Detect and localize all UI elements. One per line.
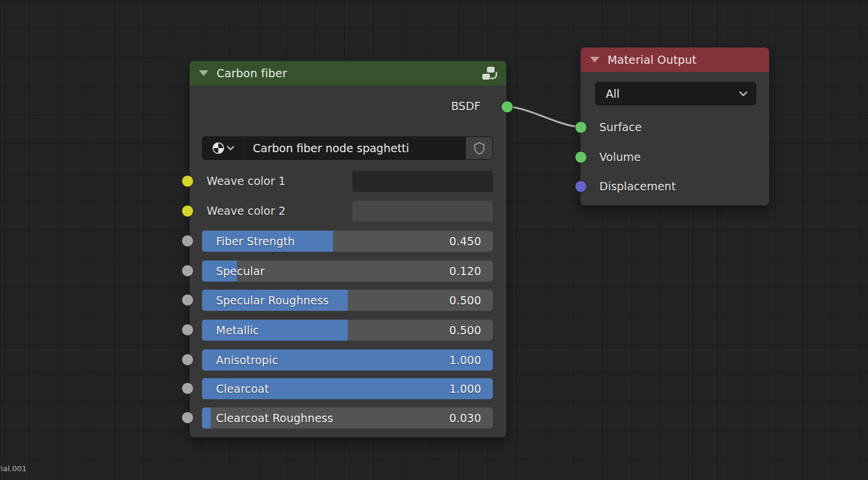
node-title: Carbon fiber [217,67,287,80]
socket-input-fiber-strength[interactable] [181,235,194,247]
socket-input-displacement[interactable] [575,180,587,193]
input-label-volume: Volume [599,150,641,163]
slider-label: Fiber Strength [216,231,295,252]
slider-label: Anisotropic [216,349,278,371]
carbon-fiber-header[interactable]: Carbon fiber [190,61,506,85]
slider-value: 0.450 [450,231,481,252]
slider-label: Clearcoat Roughness [216,407,333,428]
collapse-triangle-icon[interactable] [199,70,208,76]
input-label-displacement: Displacement [599,180,676,193]
node-editor-canvas[interactable]: Carbon fiber BSDF [0,0,868,480]
fake-user-button[interactable] [466,137,492,159]
slider-value: 0.500 [450,320,481,341]
slider-label: Metallic [216,320,259,341]
output-label-bsdf: BSDF [451,100,481,112]
slider-value: 1.000 [450,378,481,399]
slider-clearcoat[interactable]: Clearcoat 1.000 [202,378,493,399]
nodetree-name-input[interactable]: Carbon fiber node spaghetti [244,137,466,159]
color-swatch-weave-color-2[interactable] [352,201,493,222]
collapse-triangle-icon[interactable] [590,57,599,63]
socket-input-specular[interactable] [181,265,194,277]
socket-input-metallic[interactable] [181,324,194,336]
target-select-value: All [606,87,620,100]
slider-specular-roughness[interactable]: Specular Roughness 0.500 [202,290,493,311]
input-label-weave-color-2: Weave color 2 [207,204,286,217]
slider-label: Specular Roughness [216,290,329,311]
socket-input-volume[interactable] [575,151,587,163]
slider-clearcoat-roughness[interactable]: Clearcoat Roughness 0.030 [202,407,493,428]
node-carbon-fiber[interactable]: Carbon fiber BSDF [189,60,507,438]
node-title: Material Output [608,53,697,66]
socket-input-weave-color-1[interactable] [181,175,194,187]
slider-value: 0.500 [450,290,481,311]
slider-value: 0.120 [450,260,481,282]
input-label-surface: Surface [599,121,641,133]
color-swatch-weave-color-1[interactable] [352,171,493,192]
socket-input-clearcoat[interactable] [181,382,194,395]
slider-fiber-strength[interactable]: Fiber Strength 0.450 [202,231,493,252]
chevron-down-icon [739,91,747,97]
socket-input-clearcoat-roughness[interactable] [181,412,194,424]
breadcrumb: rial.001 [0,464,26,473]
slider-metallic[interactable]: Metallic 0.500 [202,320,493,341]
slider-fill [202,407,211,428]
node-material-output[interactable]: Material Output All Surface Volume Displ… [580,47,770,206]
material-output-header[interactable]: Material Output [581,47,769,72]
nodetree-name-group: Carbon fiber node spaghetti [202,136,493,160]
target-select[interactable]: All [595,82,756,105]
slider-value: 1.000 [450,349,481,371]
slider-value: 0.030 [450,407,481,428]
socket-input-specular-roughness[interactable] [181,294,194,306]
slider-specular[interactable]: Specular 0.120 [202,260,493,282]
node-group-icon [481,66,498,81]
socket-output-bsdf[interactable] [501,101,513,113]
chevron-down-icon [227,146,234,150]
socket-input-weave-color-2[interactable] [181,205,194,217]
slider-label: Clearcoat [216,378,269,399]
material-sphere-icon [212,142,225,155]
input-label-weave-color-1: Weave color 1 [207,174,286,187]
slider-label: Specular [216,260,265,282]
socket-input-surface[interactable] [575,121,587,133]
slider-anisotropic[interactable]: Anisotropic 1.000 [202,349,493,371]
shield-icon [474,142,485,155]
nodetree-browse-button[interactable] [203,137,244,159]
socket-input-anisotropic[interactable] [181,354,194,366]
